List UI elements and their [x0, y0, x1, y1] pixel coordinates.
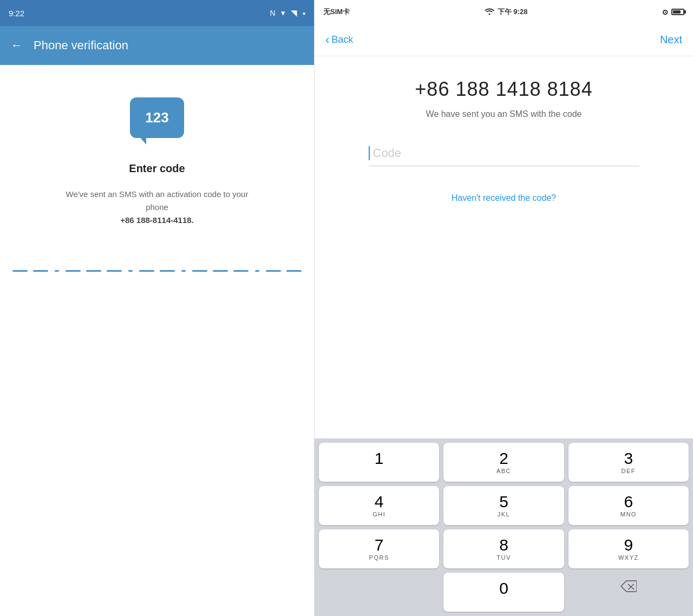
- key-0[interactable]: 0: [443, 573, 564, 612]
- wifi-icon: ▾: [281, 8, 285, 18]
- code-input-area[interactable]: Code: [369, 141, 639, 166]
- key-2[interactable]: 2 ABC: [443, 443, 564, 482]
- ios-back-button[interactable]: ‹ Back: [325, 34, 353, 46]
- android-toolbar: ← Phone verification: [0, 26, 314, 65]
- key-7[interactable]: 7 PQRS: [319, 529, 439, 568]
- chevron-left-icon: ‹: [325, 34, 329, 46]
- ios-status-right: ⊙: [662, 8, 684, 16]
- key-6[interactable]: 6 MNO: [568, 486, 689, 525]
- sms-description: We've sent an SMS with an activation cod…: [54, 188, 260, 227]
- ios-phone-number: +86 188 1418 8184: [415, 78, 592, 101]
- ios-status-bar: 无SIM卡 下午 9:28 ⊙: [315, 0, 693, 24]
- keyboard-row-1: 1 2 ABC 3 DEF: [319, 443, 689, 482]
- ios-settings-icon: ⊙: [662, 8, 668, 16]
- ios-status-center: 下午 9:28: [485, 7, 528, 17]
- key-1[interactable]: 1: [319, 443, 439, 482]
- ios-content: +86 188 1418 8184 We have sent you an SM…: [315, 56, 693, 438]
- sms-sent-message: We have sent you an SMS with the code: [426, 109, 582, 119]
- key-8[interactable]: 8 TUV: [443, 529, 564, 568]
- android-back-button[interactable]: ←: [11, 38, 23, 53]
- keyboard-row-4: 0: [319, 573, 689, 612]
- numeric-keyboard: 1 2 ABC 3 DEF 4 GHI 5 JKL 6: [315, 438, 693, 616]
- ios-battery-icon: [671, 9, 684, 15]
- text-cursor: [369, 146, 370, 160]
- key-4[interactable]: 4 GHI: [319, 486, 439, 525]
- resend-code-link[interactable]: Haven't received the code?: [452, 193, 556, 203]
- android-panel: 9:22 N ▾ ◥ ▪ ← Phone verification 123 En…: [0, 0, 314, 616]
- key-delete[interactable]: [568, 573, 689, 612]
- key-9[interactable]: 9 WXYZ: [568, 529, 689, 568]
- keyboard-row-3: 7 PQRS 8 TUV 9 WXYZ: [319, 529, 689, 568]
- android-content: 123 Enter code We've sent an SMS with an…: [0, 65, 314, 616]
- ios-panel: 无SIM卡 下午 9:28 ⊙ ‹ Back Next +86 188: [314, 0, 693, 616]
- battery-icon: ▪: [303, 9, 305, 18]
- keyboard-row-2: 4 GHI 5 JKL 6 MNO: [319, 486, 689, 525]
- ios-back-label: Back: [331, 34, 353, 45]
- android-time: 9:22: [9, 9, 24, 18]
- android-toolbar-title: Phone verification: [34, 38, 128, 53]
- ios-no-sim: 无SIM卡: [323, 7, 350, 17]
- ios-wifi-icon: [485, 8, 494, 17]
- key-5[interactable]: 5 JKL: [443, 486, 564, 525]
- activation-phone: +86 188-8114-4118.: [120, 215, 194, 225]
- android-status-bar: 9:22 N ▾ ◥ ▪: [0, 0, 314, 26]
- code-placeholder: Code: [373, 146, 402, 160]
- ios-time: 下午 9:28: [498, 7, 528, 17]
- ios-nav-bar: ‹ Back Next: [315, 24, 693, 56]
- ios-next-button[interactable]: Next: [660, 34, 682, 46]
- sms-bubble-number: 123: [145, 109, 168, 126]
- backspace-icon: [620, 580, 637, 595]
- enter-code-title: Enter code: [129, 162, 185, 175]
- sms-bubble: 123: [130, 97, 184, 138]
- sms-icon-container: 123: [130, 97, 184, 141]
- signal-icon: ◥: [291, 8, 297, 18]
- nfc-icon: N: [270, 9, 276, 17]
- code-dash-input[interactable]: [12, 270, 302, 272]
- key-empty: [319, 573, 439, 612]
- key-3[interactable]: 3 DEF: [568, 443, 689, 482]
